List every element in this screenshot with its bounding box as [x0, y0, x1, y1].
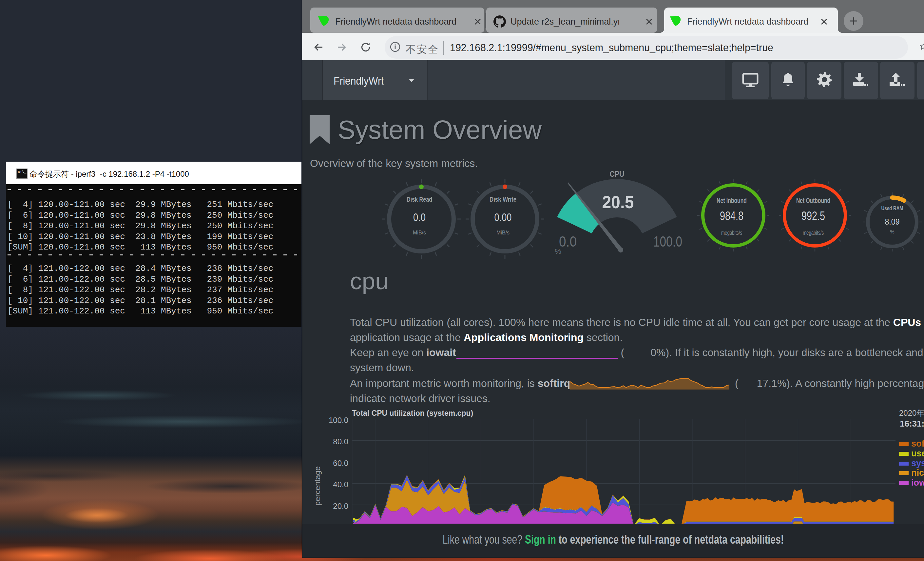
svg-text:0.0: 0.0: [559, 233, 577, 250]
svg-text:CPU: CPU: [610, 170, 624, 178]
svg-text:984.8: 984.8: [720, 209, 744, 223]
svg-text:megabits/s: megabits/s: [803, 230, 824, 236]
svg-text:100.0: 100.0: [653, 233, 682, 250]
svg-text:8.09: 8.09: [885, 217, 900, 227]
svg-text:Disk Read: Disk Read: [406, 196, 432, 203]
svg-text:Disk Write: Disk Write: [489, 196, 516, 203]
svg-text:Used RAM: Used RAM: [881, 205, 903, 212]
svg-text:0.0: 0.0: [413, 211, 426, 223]
svg-text:megabits/s: megabits/s: [721, 230, 742, 236]
svg-text:Net Inbound: Net Inbound: [717, 196, 747, 205]
svg-text:%: %: [555, 247, 561, 256]
svg-text:Net Outbound: Net Outbound: [796, 196, 830, 205]
svg-text:MiB/s: MiB/s: [496, 230, 510, 235]
svg-text:20.5: 20.5: [602, 192, 634, 212]
svg-text:0.00: 0.00: [495, 211, 512, 223]
svg-text:992.5: 992.5: [801, 209, 825, 223]
svg-text:%: %: [890, 229, 894, 235]
svg-text:MiB/s: MiB/s: [413, 230, 426, 235]
